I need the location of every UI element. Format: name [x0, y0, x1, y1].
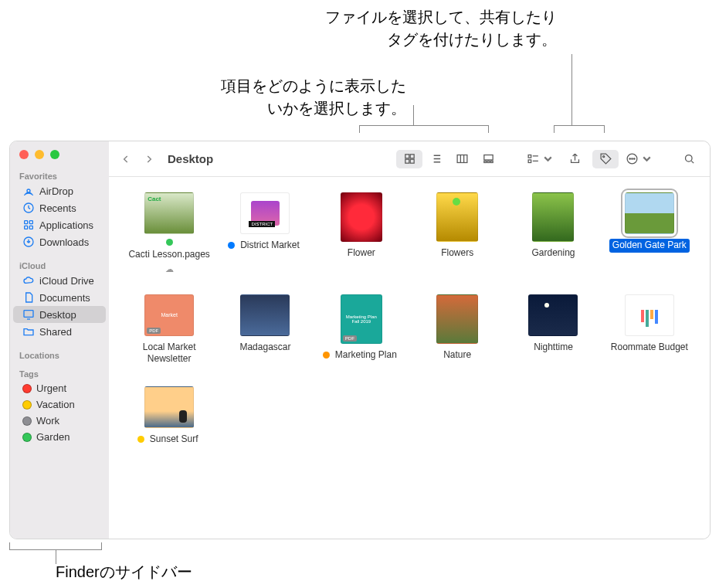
tag-icon [599, 152, 612, 165]
window-title: Desktop [163, 152, 221, 165]
sidebar-item-desktop[interactable]: Desktop [13, 306, 106, 323]
file-label-row: Cacti Lesson.pages☁︎ [124, 239, 214, 274]
file-label: Flower [344, 246, 378, 260]
callout-line [571, 54, 572, 125]
sidebar-item-icloud-drive[interactable]: iCloud Drive [13, 272, 106, 289]
svg-rect-14 [483, 161, 486, 162]
sidebar-item-label: Downloads [39, 236, 89, 248]
file-grid: CactCacti Lesson.pages☁︎DISTRICTDistrict… [109, 177, 710, 539]
file-label-row: Marketing Plan [323, 348, 400, 362]
sidebar-item-airdrop[interactable]: AirDrop [13, 182, 106, 199]
file-label: Nighttime [531, 341, 576, 355]
sidebar-tag-garden[interactable]: Garden [13, 429, 106, 445]
file-item[interactable]: Roommate Budget [605, 294, 694, 366]
callout-bracket [359, 125, 489, 133]
search-icon [683, 152, 696, 165]
svg-rect-16 [490, 161, 493, 162]
annotation-share-tag: ファイルを選択して、共有したり タグを付けたりします。 [325, 6, 557, 51]
back-button[interactable] [117, 151, 135, 168]
sidebar-item-applications[interactable]: Applications [13, 216, 106, 233]
view-icon-button[interactable] [396, 150, 422, 168]
callout-bracket [9, 542, 102, 550]
gallery-icon [482, 152, 495, 165]
cloud-icon [22, 274, 35, 287]
file-item[interactable]: Madagascar [220, 294, 310, 366]
more-button[interactable] [623, 150, 656, 168]
file-item[interactable]: Nighttime [508, 294, 598, 366]
callout-bracket [554, 125, 605, 133]
svg-rect-18 [528, 160, 531, 163]
svg-point-21 [629, 158, 630, 159]
file-item[interactable]: Nature [412, 294, 502, 366]
file-label: Marketing Plan [332, 348, 400, 362]
maximize-button[interactable] [50, 150, 59, 159]
file-thumbnail [240, 294, 290, 336]
file-thumbnail [532, 192, 574, 242]
sidebar-item-label: Work [36, 415, 59, 427]
list-icon [429, 152, 443, 165]
callout-line [413, 105, 414, 125]
sidebar-section-icloud: iCloud [10, 258, 109, 272]
sidebar-section-tags: Tags [10, 366, 109, 380]
sidebar-item-label: Vacation [36, 399, 75, 410]
file-item[interactable]: Gardening [508, 192, 598, 274]
file-thumbnail: Marketing PlanFall 2019PDF [341, 294, 382, 344]
document-icon [22, 291, 35, 304]
sidebar-item-label: iCloud Drive [39, 275, 94, 287]
toolbar: Desktop [109, 141, 710, 177]
file-item[interactable]: CactCacti Lesson.pages☁︎ [124, 192, 214, 274]
file-item[interactable]: Sunset Surf [124, 386, 214, 447]
close-button[interactable] [19, 150, 29, 159]
file-label: Nature [440, 348, 474, 362]
sidebar-item-label: Urgent [36, 382, 66, 394]
svg-rect-11 [410, 159, 414, 163]
sidebar-tag-work[interactable]: Work [13, 413, 106, 429]
forward-button[interactable] [140, 151, 158, 168]
tags-button[interactable] [592, 150, 619, 168]
group-button[interactable] [524, 150, 557, 168]
annotation-view-select: 項目をどのように表示した いかを選択します。 [221, 75, 406, 120]
sidebar-item-documents[interactable]: Documents [13, 289, 106, 306]
file-label: Sunset Surf [147, 433, 202, 447]
file-item[interactable]: DISTRICTDistrict Market [220, 192, 310, 274]
sidebar-item-downloads[interactable]: Downloads [13, 233, 106, 250]
svg-point-24 [685, 155, 692, 162]
search-button[interactable] [676, 150, 702, 168]
file-label-row: Madagascar [236, 341, 293, 355]
file-label-row: Local Market Newsletter [124, 341, 214, 366]
finder-window: Favorites AirDrop Recents Applications D… [9, 141, 711, 539]
svg-point-19 [602, 156, 604, 158]
file-label: Gardening [528, 246, 578, 260]
file-item[interactable]: Flowers [412, 192, 502, 274]
sidebar-tag-urgent[interactable]: Urgent [13, 380, 106, 396]
chevron-left-icon [120, 154, 131, 165]
share-button[interactable] [561, 150, 588, 168]
sidebar-item-label: AirDrop [39, 185, 73, 197]
sidebar: Favorites AirDrop Recents Applications D… [10, 141, 109, 539]
file-item[interactable]: MarketPDFLocal Market Newsletter [124, 294, 214, 366]
view-gallery-button[interactable] [475, 150, 501, 168]
sidebar-tag-vacation[interactable]: Vacation [13, 396, 106, 413]
svg-point-0 [27, 189, 30, 192]
svg-rect-3 [29, 221, 32, 224]
tag-dot-icon [323, 352, 330, 359]
view-list-button[interactable] [422, 150, 449, 168]
view-column-button[interactable] [449, 150, 475, 168]
sidebar-item-shared[interactable]: Shared [13, 323, 106, 340]
svg-point-22 [632, 158, 633, 159]
icloud-download-icon: ☁︎ [165, 264, 174, 274]
file-item[interactable]: Flower [317, 192, 406, 274]
sidebar-item-recents[interactable]: Recents [13, 199, 106, 216]
svg-rect-12 [457, 155, 467, 163]
file-label-row: Flowers [438, 246, 477, 260]
svg-rect-15 [487, 161, 490, 162]
file-item[interactable]: Marketing PlanFall 2019PDFMarketing Plan [317, 294, 406, 366]
file-label: Flowers [438, 246, 477, 260]
columns-icon [456, 152, 469, 165]
file-label: Golden Gate Park [609, 239, 690, 253]
minimize-button[interactable] [35, 150, 44, 159]
ellipsis-circle-icon [626, 152, 639, 165]
annotation-finder-sidebar: Finderのサイドバー [56, 561, 192, 583]
file-label-row: Roommate Budget [608, 341, 691, 355]
file-item[interactable]: Golden Gate Park [605, 192, 694, 274]
